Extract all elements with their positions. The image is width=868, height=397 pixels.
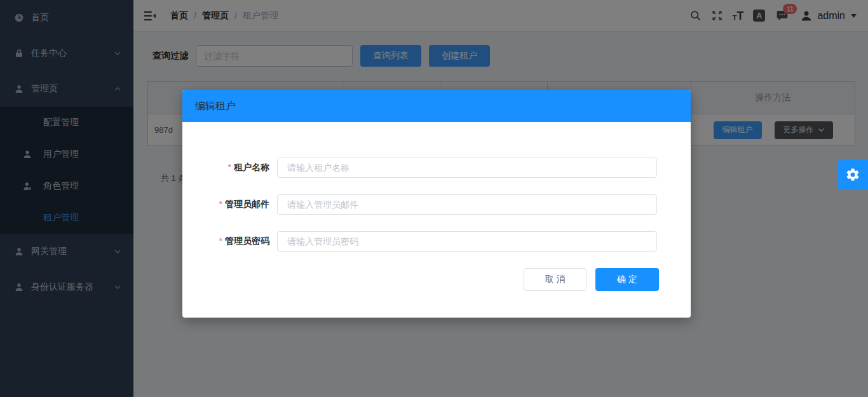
app-screen: 首页 任务中心 管理页 配置管理 — [0, 0, 868, 397]
required-mark: * — [228, 162, 231, 172]
admin-email-input[interactable] — [277, 194, 657, 215]
admin-password-label: *管理员密码 — [182, 236, 277, 247]
form-row-admin-password: *管理员密码 — [182, 231, 691, 252]
admin-email-label: *管理员邮件 — [182, 199, 277, 210]
form-row-tenant-name: *租户名称 — [182, 158, 691, 178]
dialog-body: *租户名称 *管理员邮件 *管理员密码 — [182, 122, 691, 252]
required-mark: * — [219, 236, 222, 246]
cancel-button[interactable]: 取 消 — [524, 268, 587, 291]
settings-button[interactable] — [837, 159, 868, 190]
dialog-title: 编辑租户 — [195, 100, 236, 113]
admin-password-input[interactable] — [277, 231, 657, 252]
tenant-name-label: *租户名称 — [182, 162, 277, 173]
confirm-button[interactable]: 确 定 — [595, 268, 659, 291]
gear-icon — [845, 167, 860, 182]
dialog-header: 编辑租户 — [182, 90, 691, 122]
edit-tenant-dialog: 编辑租户 *租户名称 *管理员邮件 *管理员密码 取 消 确 定 — [182, 90, 691, 318]
required-mark: * — [219, 199, 222, 209]
tenant-name-input[interactable] — [277, 158, 657, 178]
dialog-footer: 取 消 确 定 — [182, 268, 691, 291]
form-row-admin-email: *管理员邮件 — [182, 194, 691, 215]
